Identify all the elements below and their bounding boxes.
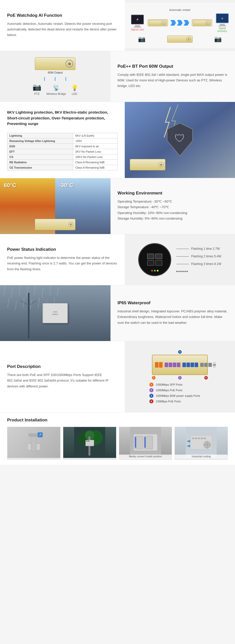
media-svg [119,427,172,458]
working-env-desc: Operating Temperature: -30℃ ~60℃ Storage… [118,199,228,221]
port-desc-section: Port Description There are both PoE and … [0,341,235,413]
svg-rect-44 [144,437,146,448]
lightning-param: CS [7,154,73,159]
cooling-label: Industrial cooling [175,455,228,458]
install-img-outdoor [63,427,116,460]
lightning-param: CE Transmission [7,165,73,170]
dot-2 [178,271,180,272]
device-led: 💡 LED [71,85,78,95]
broken-screen-icon: ⚡ [134,17,141,22]
port-orange-1 [155,362,159,368]
ip65-title: IP65 Waterproof [118,300,228,306]
flash-line-3: Flashing 3 times 8.1W [176,262,221,266]
lightning-value: <65V [73,138,117,144]
legend-badge-3: 3 [149,394,153,398]
installation-title: Product Installation [7,418,228,423]
flash-bar-3 [176,264,189,264]
legend-poe: 2 ·1000Mbps PoE Ports [149,388,182,392]
connector-led [66,77,66,81]
connector-ptz [44,77,45,81]
lightning-value: 2KV No Packet Loss [73,149,117,154]
camera-icon-2: 📷 [214,35,222,43]
cooling-svg [175,427,228,458]
media-label: Media convert Install position [119,455,172,458]
camera-icon: 📷 [138,35,146,43]
poe-bt-section: PoE++ BT Port 60W Output Comply with IEE… [0,51,235,102]
watchdog-image: Automatic restart ⚡ Signal Loss [125,0,235,51]
svg-text:↗: ↗ [39,433,41,436]
port-jack-4 [155,260,162,266]
badge-2: 2 [178,376,182,380]
poe-ports [165,363,180,367]
lightning-image: 🛡 ⊕ [125,102,235,178]
dot-4 [182,271,184,272]
led-red [151,270,153,272]
power-status-image: Flashing 1 time 2.7W Flashing 2 times 5.… [125,234,235,285]
power-status-text: Power Status Indication PoE power flashi… [0,234,125,285]
lightning-value: 6KV (LN Earth) [73,133,117,138]
lightning-value: 10KV No Packet Loss [73,154,117,159]
bridge-label: Wireless Bridge [46,92,66,95]
port-purple-1 [165,363,168,367]
lightning-param: Remaining Voltage After Lightning [7,138,73,144]
sfp-ports [155,362,163,368]
monitor-signal-recovery: ▦ Signal recovery [215,13,230,32]
lightning-table: Lightning6KV (LN Earth)Remaining Voltage… [7,133,118,170]
dots-row [176,271,221,272]
device-ptz: 📷 PTZ [33,83,41,95]
watchdog-text: PoE Watchdog AI Function Automatic detec… [0,0,125,51]
port-legend: 1 ·1000Mbps SFP Ports 2 ·1000Mbps PoE Po… [149,383,210,403]
lightning-table-row: RE RadiationClass A Remaining 6dB [7,159,118,165]
badge-4: 4 [204,376,208,380]
lightning-table-row: CS10KV No Packet Loss [7,154,118,159]
poe-diagram: ⊕ 60W Output 📷 PTZ 📡 Wireless Bridge [0,52,111,100]
working-env-section: Working Environment Operating Temperatur… [0,178,235,234]
svg-rect-43 [135,437,136,448]
install-img-bracket: ↗ [7,427,60,460]
ip65-section: IP65 Waterproof Industrial shell design,… [0,285,235,341]
port-blue-2 [186,363,190,367]
svg-rect-22 [28,293,29,338]
port-jack-1 [147,254,154,259]
port-desc-desc: There are both PoE and SFP 100/1000Mbps … [7,372,118,389]
dot-5 [184,271,186,272]
outdoor-visual [63,427,116,458]
flashing-lines: Flashing 1 time 2.7W Flashing 2 times 5.… [176,247,221,272]
port-desc-title: Port Description [7,364,118,369]
port-gray-3 [208,363,212,367]
switch-lightning-overlay: ⊕ [130,159,165,170]
power-status-title: Power Status Indication [7,247,118,252]
ip65-image: IP65Switch [0,285,111,341]
outdoor-svg [63,427,116,458]
port-blue-1 [182,363,186,367]
connector-bridge [55,77,55,81]
working-env-image: 60°C -30°C ⊕ [0,178,111,234]
legend-60w-label: ·1000Mbps 60W power supply Ports [155,394,200,397]
monitor-signal-loss: ⚡ Signal Loss [130,15,145,31]
ptz-icon: 📷 [33,83,41,91]
temperature-visual: 60°C -30°C ⊕ [0,178,111,234]
hot-temp-label: 60°C [4,182,16,189]
install-img-cooling: Industrial cooling [175,427,228,460]
output-label: 60W Output [48,71,63,74]
switch-front: ⊙ [167,35,193,43]
legend-sfp-label: ·1000Mbps SFP Ports [155,383,182,386]
flash-text-3: Flashing 3 times 8.1W [191,262,221,266]
lightning-title: 6KV Lightning protection, 8KV Electro-st… [7,110,118,127]
arrow-2 [177,20,183,26]
watchdog-section: PoE Watchdog AI Function Automatic detec… [0,0,235,51]
svg-rect-49 [198,438,200,439]
switch-ports-container: 3 [152,350,208,380]
port-inner [147,254,162,266]
svg-rect-37 [86,440,88,441]
port-diagram: 3 [125,341,235,412]
ip65-text: IP65 Waterproof Industrial shell design,… [111,285,235,341]
lightning-text: 6KV Lightning protection, 8KV Electro-st… [0,102,125,178]
flash-text-1: Flashing 1 time 2.7W [191,247,220,251]
ptz-label: PTZ [34,92,40,95]
switch-fan: ⊕ [213,362,216,368]
legend-sfp: 1 ·1000Mbps SFP Ports [149,383,182,387]
lightning-visual: 🛡 ⊕ [125,102,235,178]
60w-ports [182,363,198,367]
svg-rect-26 [29,434,39,437]
